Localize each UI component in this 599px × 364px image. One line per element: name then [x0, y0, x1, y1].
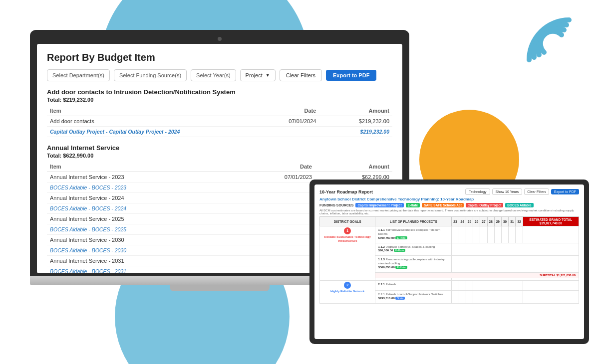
clear-filters-button[interactable]: Clear Filters [280, 69, 322, 81]
department-filter[interactable]: Select Department(s) [47, 69, 110, 81]
tablet-export-button[interactable]: Export to PDF [551, 189, 579, 194]
project-amount: $750,750.00 [378, 236, 394, 239]
tablet-controls: Technology Show 10 Years Clear Filters E… [465, 188, 579, 195]
project-1-1-2: 1.1.2 Upgrade pathways, spaces & cabling… [375, 243, 452, 256]
filter-row: Select Department(s) Select Funding Sour… [47, 69, 392, 81]
section2-total: Total: $622,990.00 [47, 153, 392, 159]
year-26-1 [473, 226, 480, 243]
year-32-1 [516, 226, 523, 243]
year-29-1 [494, 226, 501, 243]
funding-filter[interactable]: Select Funding Source(s) [114, 69, 187, 81]
tablet-years-select[interactable]: Show 10 Years [492, 188, 523, 195]
s2-row1-funding: BOCES Aidable - BOCES - 2023 [47, 182, 238, 193]
year-25-1 [466, 226, 473, 243]
goal-2-cell: 2 Highly Reliable Network [320, 280, 375, 303]
tablet-clear-button[interactable]: Clear Filters [524, 188, 549, 195]
s2-row3-date [238, 214, 315, 224]
project-amount: $360,850.00 [378, 266, 394, 269]
badge-safe: SAFE SAFE Schools Act [422, 203, 464, 207]
funding-label: FUNDING SOURCES [319, 203, 353, 207]
project-item: 2.2.1 Refresh Load-of-Support Network Sw… [377, 292, 450, 301]
section1-heading: Add door contacts to Intrusion Detection… [47, 88, 392, 96]
project-badge-erate2: E-Rate [394, 249, 405, 252]
s2-row2-funding-date [238, 203, 315, 214]
project-dropdown[interactable]: Project ▼ [240, 69, 276, 81]
table-row: 2 Highly Reliable Network 2.2.1 Refresh [320, 280, 579, 290]
project-code: 1.1.3 [378, 258, 384, 261]
project-desc: Remove existing cable, replace with indu… [378, 258, 444, 265]
s2-row1-item: Annual Internet Service - 2023 [47, 172, 238, 182]
s2-row2-date [238, 193, 315, 203]
total-g2 [523, 280, 579, 290]
year-filter[interactable]: Select Year(s) [191, 69, 236, 81]
project-item: 2.2.1 Refresh [377, 282, 450, 288]
col-26: 26 [473, 217, 480, 226]
project-badge-erate: E-Rate [395, 236, 407, 239]
s2-row3-funding: BOCES Aidable - BOCES - 2025 [47, 224, 238, 235]
goal-2-number: 2 [344, 282, 351, 289]
col-planned-projects: LIST OF PLANNED PROJECTS [375, 217, 452, 226]
section1-table-header: Item Date Amount [47, 106, 392, 116]
project-2-2-1b: 2.2.1 Refresh Load-of-Support Network Sw… [375, 290, 452, 303]
section2-heading: Annual Internet Service [47, 144, 392, 152]
export-pdf-button[interactable]: Export to PDF [326, 70, 376, 81]
col-32: 32 [516, 217, 523, 226]
project-code: 1.1.1 [378, 228, 384, 231]
disclaimer-text: All BCM cost estimates are based on curr… [319, 209, 579, 215]
col-25: 25 [466, 217, 473, 226]
tablet-outer: 10-Year Roadmap Report Technology Show 1… [309, 180, 589, 344]
report-title: Report By Budget Item [47, 52, 392, 63]
tablet-screen: 10-Year Roadmap Report Technology Show 1… [314, 184, 584, 339]
year-23-1 [452, 226, 459, 243]
project-2-2-1a: 2.2.1 Refresh [375, 280, 452, 290]
laptop-stand [170, 285, 270, 291]
goal-2-text: Highly Reliable Network [321, 290, 373, 294]
col-23: 23 [452, 217, 459, 226]
section2-table-header: Item Date Amount [47, 162, 392, 172]
badge-boces: BOCES Aidable [505, 203, 533, 207]
s2-row5-date [238, 256, 315, 266]
project-code: 1.1.2 [378, 245, 384, 248]
y-rest-g2 [473, 280, 523, 290]
dropdown-arrow-icon: ▼ [266, 73, 270, 78]
s2-row5-funding: BOCES Aidable - BOCES - 2031 [47, 266, 238, 274]
row1-date: 07/01/2024 [210, 116, 319, 127]
tablet-technology-select[interactable]: Technology [465, 188, 490, 195]
col-date-1: Date [210, 106, 319, 116]
s2-row4-funding-date [238, 245, 315, 256]
col-27: 27 [480, 217, 487, 226]
s2-row1-funding-date [238, 182, 315, 193]
project-item: 1.1.3 Remove existing cable, replace wit… [377, 257, 450, 270]
y23-g2b [452, 290, 459, 303]
laptop-camera [218, 37, 222, 41]
project-desc: 2.2.1 Refresh Load-of-Support Network Sw… [378, 293, 443, 296]
s2-row2-item: Annual Internet Service - 2024 [47, 193, 238, 203]
col-item-2: Item [47, 162, 238, 172]
col-item-1: Item [47, 106, 210, 116]
subtotal-amount: $219,232.00 [319, 127, 392, 137]
y23-g2 [452, 280, 459, 290]
project-code: 2.2.1 [378, 283, 384, 286]
project-item: 1.1.2 Upgrade pathways, spaces & cabling… [377, 244, 450, 253]
col-amount-2: Amount [315, 162, 392, 172]
section1-table: Item Date Amount Add door contacts 07/01… [47, 106, 392, 137]
project-amount: $293,516.00 [378, 297, 394, 300]
col-amount-1: Amount [319, 106, 392, 116]
tablet-report-container: 10-Year Roadmap Report Technology Show 1… [314, 184, 584, 339]
tablet-subtitle: Anytown School District Comprehensive Te… [319, 197, 579, 201]
s2-row3-item: Annual Internet Service - 2025 [47, 214, 238, 224]
tablet-report-title: 10-Year Roadmap Report [319, 189, 373, 194]
col-date-2: Date [238, 162, 315, 172]
project-badge-state: State [395, 297, 405, 300]
goal-1-cell: 1 Reliable Sustainable Technology Infras… [320, 226, 375, 281]
col-district-goals: DISTRICT GOALS [320, 217, 375, 226]
col-30: 30 [501, 217, 508, 226]
year-27-1 [480, 226, 487, 243]
project-item: 1.1.1 Bid/renovate/complete complete Tel… [377, 227, 450, 240]
s2-row5-funding-date [238, 266, 315, 274]
tablet: 10-Year Roadmap Report Technology Show 1… [309, 180, 589, 344]
badge-capital-improvement: Capital Improvement Project [355, 203, 403, 207]
project-1-1-1: 1.1.1 Bid/renovate/complete complete Tel… [375, 226, 452, 243]
years-empty [452, 243, 579, 256]
wifi-icon [519, 10, 579, 70]
